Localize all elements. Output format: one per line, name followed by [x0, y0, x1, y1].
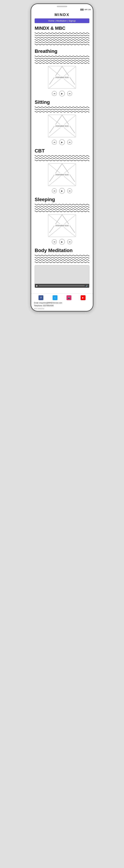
phone-speaker [57, 6, 67, 7]
animated-icon-label-sitting: Animated Icon [54, 124, 70, 128]
cbt-title: CBT [35, 148, 89, 154]
footer: f t 📷 ▶ Email: enquiries@MINDXercise.com… [31, 293, 93, 311]
status-bar: ▌▌▌ WiFi 158 [31, 8, 93, 11]
phone-top-bar [31, 4, 93, 8]
forward-button-cbt[interactable]: ⏭ [67, 188, 72, 193]
play-button-cbt[interactable]: ▶ [59, 188, 65, 194]
forward-button-sleeping[interactable]: ⏭ [67, 239, 72, 244]
instagram-icon[interactable]: 📷 [67, 295, 71, 300]
squiggle-line [35, 108, 89, 111]
squiggle-line [35, 56, 89, 57]
squiggle-lines-sitting [35, 106, 89, 113]
forward-button-sitting[interactable]: ⏭ [67, 140, 72, 145]
battery-icon: 158 [88, 9, 91, 10]
rewind-icon: ⏮ [53, 241, 55, 243]
squiggle-line [35, 257, 89, 259]
sitting-title: Sitting [35, 99, 89, 105]
squiggle-line [35, 206, 89, 208]
squiggle-lines-body [35, 255, 89, 263]
video-progress-bar[interactable] [39, 285, 85, 286]
video-volume-icon[interactable]: 🔊 [86, 285, 88, 287]
video-play-button[interactable]: ▶ [36, 284, 38, 287]
video-player-box: ▶ 🔊 [35, 265, 89, 288]
squiggle-line [35, 43, 89, 45]
animated-icon-box-cbt: Animated Icon [48, 163, 76, 186]
play-button-sleeping[interactable]: ▶ [59, 239, 65, 245]
media-controls-sitting: ⏮ ▶ ⏭ [35, 140, 89, 145]
play-icon: ▶ [61, 241, 63, 243]
rewind-button-cbt[interactable]: ⏮ [52, 188, 57, 193]
squiggle-line [35, 208, 89, 210]
section-cbt: CBT Animated Icon ⏮ [35, 148, 89, 194]
breathing-title: Breathing [35, 49, 89, 54]
phone-frame: ▌▌▌ WiFi 158 MINDX Home | Meditation | S… [31, 3, 93, 311]
rewind-button-sleeping[interactable]: ⏮ [52, 239, 57, 244]
squiggle-line [35, 160, 89, 161]
squiggle-lines-mindx [35, 32, 89, 45]
copyright-text: 2021 MINDXer [34, 308, 44, 310]
play-icon: ▶ [61, 190, 63, 192]
animated-icon-label-cbt: Animated Icon [54, 173, 70, 176]
animated-icon-box-sitting: Animated Icon [48, 115, 76, 137]
animated-icon-label-sleeping: Animated Icon [54, 224, 70, 227]
animated-icon-box-breathing: Animated Icon [48, 66, 76, 89]
section-sleeping: Sleeping Animated Icon ⏮ [35, 197, 89, 245]
forward-icon: ⏭ [69, 92, 71, 95]
animated-icon-container-cbt: Animated Icon [48, 163, 76, 186]
sleeping-title: Sleeping [35, 197, 89, 202]
section-sitting: Sitting Animated Icon ⏮ [35, 99, 89, 145]
body-meditation-title: Body Meditation [35, 248, 89, 253]
squiggle-line [35, 39, 89, 41]
media-controls-breathing: ⏮ ▶ ⏭ [35, 91, 89, 96]
facebook-icon[interactable]: f [39, 295, 43, 300]
rewind-icon: ⏮ [53, 190, 55, 192]
squiggle-line [35, 255, 89, 256]
forward-button-breathing[interactable]: ⏭ [67, 91, 72, 96]
play-button-breathing[interactable]: ▶ [59, 91, 65, 96]
squiggle-line [35, 106, 89, 108]
squiggle-line [35, 41, 89, 43]
media-controls-cbt: ⏮ ▶ ⏭ [35, 188, 89, 194]
squiggle-lines-sleeping [35, 204, 89, 212]
signal-icon: ▌▌▌ [81, 9, 84, 10]
rewind-button-breathing[interactable]: ⏮ [52, 91, 57, 96]
forward-icon: ⏭ [69, 141, 71, 143]
status-icons: ▌▌▌ WiFi 158 [81, 9, 91, 10]
mindx-mbc-title: MINDX & MBC [35, 26, 89, 31]
squiggle-line [35, 58, 89, 59]
footer-social-icons: f t 📷 ▶ [34, 295, 90, 300]
footer-contact: Email: enquiries@MINDXercise.com Telepho… [34, 302, 90, 307]
youtube-icon[interactable]: ▶ [81, 295, 85, 300]
play-button-sitting[interactable]: ▶ [59, 140, 65, 145]
squiggle-lines-cbt [35, 155, 89, 161]
animated-icon-label-breathing: Animated Icon [54, 76, 70, 79]
video-controls-bar: ▶ 🔊 [35, 284, 89, 288]
media-controls-sleeping: ⏮ ▶ ⏭ [35, 239, 89, 245]
squiggle-lines-breathing [35, 56, 89, 64]
animated-icon-container-sleeping: Animated Icon [48, 214, 76, 237]
section-breathing: Breathing Animated Icon ⏮ [35, 49, 89, 96]
wifi-icon: WiFi [84, 9, 88, 10]
forward-icon: ⏭ [69, 190, 71, 192]
squiggle-line [35, 211, 89, 212]
squiggle-line [35, 204, 89, 206]
squiggle-line [35, 261, 89, 263]
content-area: MINDX Home | Meditation | Signup MINDX &… [31, 12, 93, 293]
squiggle-line [35, 35, 89, 36]
squiggle-line [35, 62, 89, 64]
squiggle-line [35, 155, 89, 157]
squiggle-line [35, 259, 89, 261]
footer-phone: Telephone: 02078954390 [34, 304, 90, 307]
video-screen [35, 266, 89, 284]
forward-icon: ⏭ [69, 241, 71, 243]
rewind-button-sitting[interactable]: ⏮ [52, 140, 57, 145]
nav-bar[interactable]: Home | Meditation | Signup [35, 19, 89, 23]
footer-copyright: 2021 MINDXer [34, 308, 90, 310]
section-body-meditation: Body Meditation ▶ 🔊 [35, 248, 89, 288]
play-icon: ▶ [61, 141, 63, 144]
rewind-icon: ⏮ [53, 141, 55, 143]
play-icon: ▶ [61, 92, 63, 95]
animated-icon-container-sitting: Animated Icon [48, 115, 76, 137]
squiggle-line [35, 32, 89, 34]
twitter-icon[interactable]: t [53, 295, 57, 300]
